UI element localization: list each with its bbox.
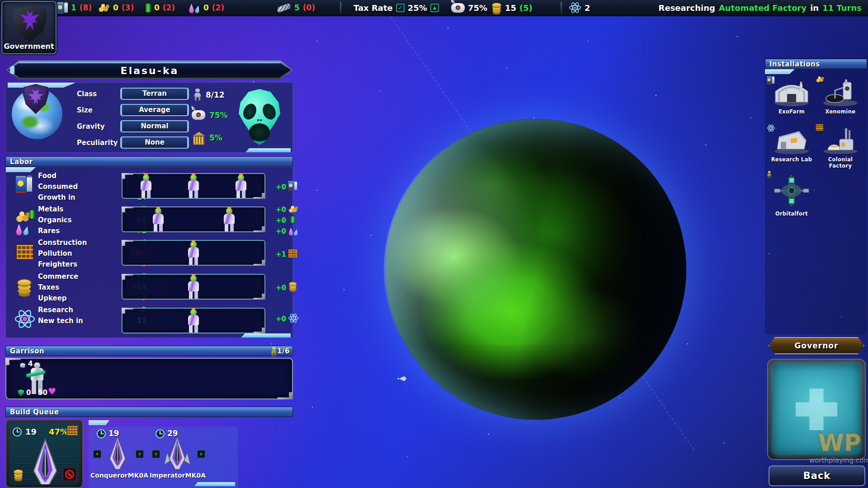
divider: [561, 2, 562, 14]
panel-strip: [194, 482, 235, 486]
garrison-slot-panel[interactable]: 4 0 50 ♥: [5, 358, 293, 399]
atom-icon: [569, 1, 581, 14]
worker-figure[interactable]: [186, 241, 201, 265]
build-queue-panel: 19 ‹ › ConquerorMK0A 29 ‹ › ImperatorMK0…: [89, 427, 238, 488]
ship-sprite: [26, 438, 64, 484]
alien-portrait: [238, 89, 281, 145]
queue-item-name[interactable]: ConquerorMK0A: [90, 472, 147, 479]
construction-bonus: +1: [271, 250, 286, 258]
research-status: Researching Automated Factory in 11 Turn…: [659, 0, 862, 15]
installation-exofarm[interactable]: ExoFarm: [768, 78, 816, 115]
government-emblem-icon: [13, 5, 47, 43]
worker-figure[interactable]: [151, 208, 166, 231]
rares-icon: [288, 226, 300, 239]
panel-tab: [6, 167, 36, 172]
metals-icon: [98, 3, 110, 12]
worker-figure[interactable]: [186, 174, 201, 198]
research-worker-slots[interactable]: [122, 308, 265, 333]
tax-rate-group: Tax Rate ✓ 25% ▲: [354, 0, 439, 15]
building-image: [821, 78, 859, 107]
metals-icon: [816, 76, 824, 84]
metals-bonus: +0: [271, 206, 286, 214]
research-bonus: +0: [271, 315, 286, 323]
construction-icon: [288, 249, 299, 261]
panel-strip: [245, 148, 291, 152]
tax-decrease-button[interactable]: ✓: [396, 4, 405, 12]
queue-move-left-button[interactable]: ‹: [93, 450, 101, 458]
unit-health: 50: [38, 389, 47, 397]
soldier-icon: [767, 171, 772, 179]
food-icon: [16, 175, 27, 189]
food-bonus: +0: [271, 183, 286, 191]
commerce-bonus: +0: [271, 284, 286, 292]
current-build-item[interactable]: 19 47%: [5, 419, 83, 488]
unit-shield: 0: [26, 389, 31, 397]
metals-icon: [15, 211, 27, 221]
industry-worker-slots[interactable]: [122, 206, 265, 232]
shield-stat-icon: [18, 389, 24, 398]
organics-icon: [29, 209, 35, 222]
add-governor-icon: [796, 389, 837, 430]
metals-resource: 0 (3): [98, 0, 134, 15]
worker-figure[interactable]: [186, 309, 201, 333]
worker-figure[interactable]: [186, 275, 201, 299]
automation-indicator: 75%: [451, 0, 487, 15]
economy-stat: 5%: [193, 132, 222, 143]
planet-name: Elasu-ka: [8, 62, 291, 78]
queue-move-right-button[interactable]: ›: [136, 450, 144, 458]
peculiarity-value-button[interactable]: None: [120, 136, 189, 149]
food-worker-slots[interactable]: [122, 173, 265, 199]
commerce-worker-slots[interactable]: [122, 274, 265, 300]
back-button[interactable]: Back: [769, 465, 865, 486]
planet-view: [385, 119, 686, 420]
worker-figure[interactable]: [233, 174, 249, 198]
installation-colonial-factory[interactable]: Colonial Factory: [816, 126, 864, 169]
coins-icon: [13, 469, 24, 482]
bank-icon: [193, 132, 205, 143]
queue-item-name[interactable]: ImperatorMK0A: [149, 472, 206, 479]
construction-worker-slots[interactable]: [122, 240, 265, 266]
cancel-build-button[interactable]: [62, 467, 77, 482]
freighters-resource: 5 (0): [277, 0, 315, 15]
construction-icon: [816, 124, 824, 132]
tax-rate-value: 25%: [408, 3, 427, 13]
rares-icon: [15, 222, 27, 235]
population-icon: [193, 89, 202, 101]
government-button[interactable]: Government: [1, 1, 57, 54]
atom-icon: [14, 308, 36, 332]
tax-rate-label: Tax Rate: [354, 3, 393, 13]
size-value-button[interactable]: Average: [120, 104, 189, 116]
attr-size: Size Average: [77, 104, 189, 116]
attr-peculiarity: Peculiarity None: [77, 136, 189, 149]
installation-xenomine[interactable]: Xenomine: [816, 78, 864, 115]
tax-increase-button[interactable]: ▲: [430, 4, 439, 12]
build-progress: 47%: [49, 427, 68, 436]
installation-research-lab[interactable]: Research Lab: [768, 126, 816, 163]
atom-icon: [767, 124, 775, 134]
automation-stat: 75%: [192, 110, 228, 120]
installations-header: Installations: [765, 59, 867, 69]
clock-icon: [97, 429, 106, 440]
governor-button[interactable]: Governor: [769, 337, 864, 354]
title-notch: [10, 66, 14, 74]
installation-orbitalfort[interactable]: Orbitalfort: [768, 173, 816, 217]
building-image: [821, 126, 859, 155]
construction-icon: [16, 244, 27, 256]
worker-figure[interactable]: [138, 174, 154, 198]
queue-move-left-button[interactable]: ‹: [152, 450, 160, 458]
droid-icon: [192, 110, 205, 120]
worker-figure[interactable]: [222, 208, 237, 231]
gravity-value-button[interactable]: Normal: [120, 120, 189, 132]
construction-icon: [67, 426, 78, 437]
organics-icon: [146, 2, 151, 14]
organics-bonus: +0: [271, 216, 286, 225]
building-image: [773, 126, 811, 155]
labor-panel: Food+9 Consumed8 Growth in14 Metals+3 Or…: [5, 167, 293, 338]
build-turns: 19: [25, 427, 37, 436]
governor-portrait-slot[interactable]: [767, 359, 866, 460]
coins-icon: [491, 2, 502, 13]
planet-title-bar: Elasu-ka: [6, 61, 293, 80]
class-value-button[interactable]: Terran: [120, 88, 189, 100]
queue-move-right-button[interactable]: ›: [197, 450, 205, 458]
building-image: [773, 173, 811, 209]
